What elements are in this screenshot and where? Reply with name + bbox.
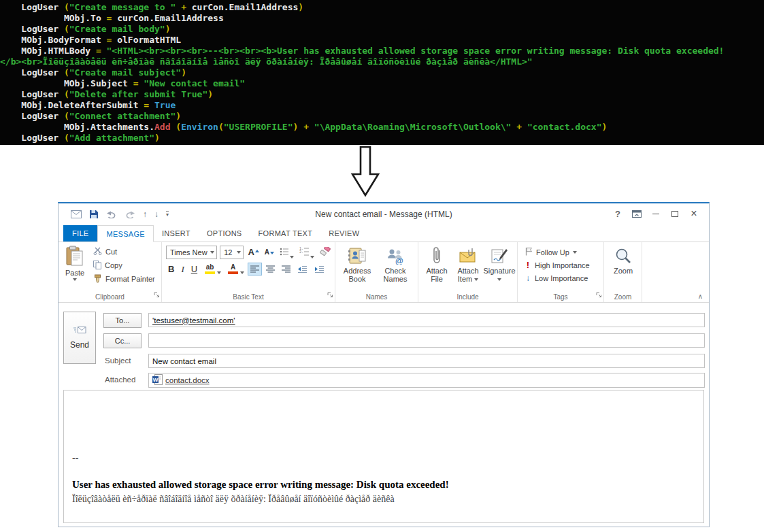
redo-icon[interactable]: [124, 210, 135, 218]
cut-button[interactable]: Cut: [90, 245, 158, 259]
attachment-chip[interactable]: W contact.docx: [152, 374, 210, 386]
message-system-icon[interactable]: [71, 210, 82, 218]
save-icon[interactable]: [89, 210, 99, 219]
scissors-icon: [93, 247, 102, 256]
text-highlight-button[interactable]: ab: [202, 263, 222, 275]
ribbon-display-options-button[interactable]: [627, 206, 646, 221]
bullets-button[interactable]: [278, 246, 295, 259]
code-line: LogUser ("Connect attachment"): [0, 111, 764, 122]
paste-label: Paste: [65, 269, 84, 277]
check-names-button[interactable]: @ Check Names: [376, 244, 414, 283]
close-button[interactable]: ×: [684, 206, 703, 221]
tab-options[interactable]: OPTIONS: [199, 225, 250, 242]
next-item-icon[interactable]: ↓: [154, 210, 159, 218]
quick-access-toolbar: ↑ ↓ ▾: [59, 210, 169, 219]
attach-item-button[interactable]: Attach Item: [452, 244, 484, 283]
zoom-group-label: Zoom: [604, 293, 642, 301]
ribbon-group-basic-text: Times New 12 A A 1.2. B I U ab: [162, 242, 335, 302]
to-button[interactable]: To...: [103, 313, 142, 328]
paste-icon: [66, 246, 84, 267]
font-color-button[interactable]: A: [225, 263, 246, 275]
shrink-font-button[interactable]: A: [263, 248, 276, 256]
italic-button[interactable]: I: [179, 265, 186, 273]
basic-text-dialog-launcher[interactable]: [327, 288, 333, 301]
code-lines: LogUser ("Create message to " + curCon.E…: [0, 2, 764, 144]
svg-text:2.: 2.: [299, 250, 303, 254]
grow-font-icon: [255, 250, 259, 252]
message-body[interactable]: -- User has exhausted allowed storage sp…: [63, 390, 704, 523]
clear-formatting-button[interactable]: [318, 246, 332, 259]
qat-customize-icon[interactable]: ▾: [166, 211, 169, 218]
clipboard-dialog-launcher[interactable]: [153, 288, 160, 301]
align-center-icon: [266, 265, 275, 273]
attach-item-icon: [459, 245, 477, 267]
tags-dialog-launcher[interactable]: [595, 288, 602, 301]
code-line: LogUser ("Add attachment"): [0, 133, 764, 144]
increase-indent-button[interactable]: [312, 263, 327, 276]
attach-file-button[interactable]: Attach File: [421, 244, 452, 283]
bold-button[interactable]: B: [166, 265, 176, 273]
outlook-message-window: ↑ ↓ ▾ New contact email - Message (HTML)…: [58, 202, 710, 527]
to-field[interactable]: 'testuser@testmail.com': [148, 313, 705, 327]
low-importance-button[interactable]: ↓ Low Importance: [520, 271, 602, 284]
paste-button[interactable]: Paste: [61, 244, 88, 286]
zoom-button[interactable]: Zoom: [607, 244, 640, 275]
underline-button[interactable]: U: [189, 265, 199, 273]
help-button[interactable]: ?: [608, 206, 627, 221]
code-line: MObj.HTMLBody = "<HTML><br><br><br>--<br…: [0, 46, 764, 56]
increase-indent-icon: [314, 265, 325, 273]
ribbon-group-names: Address Book @ Check Names Names: [335, 242, 418, 302]
highlight-color-bar: [205, 271, 215, 274]
code-line: MObj.BodyFormat = olFormatHTML: [0, 35, 764, 46]
align-left-button[interactable]: [248, 263, 261, 275]
include-group-label: Include: [418, 293, 517, 301]
tags-group-label: Tags: [518, 293, 603, 301]
font-name-select[interactable]: Times New: [166, 246, 217, 259]
clipboard-group-label: Clipboard: [59, 293, 161, 301]
code-line: MObj.To = curCon.Email1Address: [0, 13, 764, 24]
format-painter-icon: [93, 274, 102, 284]
align-center-button[interactable]: [264, 263, 277, 275]
grow-font-button[interactable]: A: [246, 247, 260, 257]
cc-field[interactable]: [148, 333, 705, 348]
undo-icon[interactable]: [106, 210, 117, 218]
code-line: MObj.Subject = "New contact email": [0, 78, 764, 89]
low-importance-icon: ↓: [525, 273, 531, 283]
format-painter-button[interactable]: Format Painter: [90, 272, 158, 286]
minimize-button[interactable]: [646, 206, 665, 221]
align-right-button[interactable]: [280, 263, 293, 275]
follow-up-button[interactable]: Follow Up: [520, 246, 602, 259]
tab-insert[interactable]: INSERT: [154, 225, 199, 242]
numbering-button[interactable]: 1.2.: [298, 246, 316, 259]
code-line: MObj.DeleteAfterSubmit = True: [0, 100, 764, 111]
previous-item-icon[interactable]: ↑: [143, 210, 147, 218]
signature-icon: [491, 245, 508, 267]
font-color-bar: [228, 271, 238, 274]
bullets-icon: [280, 246, 289, 259]
subject-field[interactable]: New contact email: [148, 354, 705, 368]
high-importance-button[interactable]: ! High Importance: [520, 259, 602, 271]
signature-button[interactable]: Signature: [484, 244, 515, 283]
attached-field[interactable]: W contact.docx: [148, 373, 705, 388]
flow-down-arrow: [350, 145, 380, 198]
decrease-indent-icon: [297, 265, 308, 273]
decrease-indent-button[interactable]: [295, 263, 310, 276]
address-book-button[interactable]: Address Book: [338, 244, 376, 283]
tab-message[interactable]: MESSAGE: [97, 225, 154, 242]
tab-format-text[interactable]: FORMAT TEXT: [250, 225, 321, 242]
attachment-name[interactable]: contact.docx: [165, 376, 210, 384]
attached-label: Attached: [105, 376, 135, 384]
send-button[interactable]: Send: [63, 312, 96, 364]
code-line: </b><br>Ïîëüçîâàòåëü èñ÷åðïàë ñâîáîäíîå …: [0, 56, 764, 67]
copy-button[interactable]: Copy: [90, 259, 158, 272]
paperclip-icon: [432, 245, 442, 267]
tab-review[interactable]: REVIEW: [320, 225, 367, 242]
collapse-ribbon-button[interactable]: ∧: [698, 293, 703, 300]
shrink-font-icon: [270, 252, 274, 254]
to-recipient[interactable]: 'testuser@testmail.com': [152, 316, 235, 325]
cc-button[interactable]: Cc...: [103, 333, 142, 348]
maximize-button[interactable]: [665, 206, 684, 221]
font-size-select[interactable]: 12: [220, 246, 244, 259]
tab-file[interactable]: FILE: [63, 225, 97, 242]
titlebar: ↑ ↓ ▾ New contact email - Message (HTML)…: [59, 203, 709, 225]
